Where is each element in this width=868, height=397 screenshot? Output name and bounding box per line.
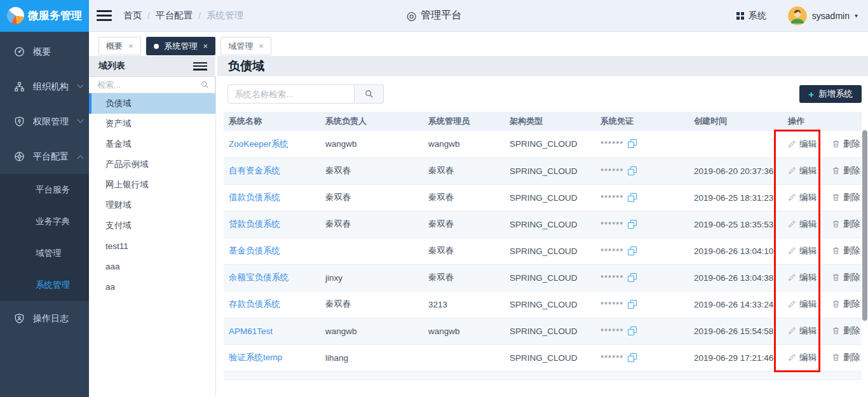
delete-button[interactable]: 删除 bbox=[832, 272, 860, 283]
table-row: 基金负债系统 秦双春 SPRING_CLOUD ****** 2019-06-2… bbox=[224, 238, 862, 264]
sidebar-item-overview[interactable]: 概要 bbox=[0, 34, 89, 69]
cell-system-name[interactable]: 自有资金系统 bbox=[224, 158, 320, 184]
copy-icon[interactable] bbox=[628, 246, 637, 255]
edit-button[interactable]: 编辑 bbox=[788, 272, 817, 283]
logo-text: 微服务管理 bbox=[28, 8, 82, 23]
edit-button[interactable]: 编辑 bbox=[788, 219, 817, 230]
edit-button[interactable]: 编辑 bbox=[788, 165, 817, 177]
delete-button[interactable]: 删除 bbox=[832, 352, 860, 363]
chevron-down-icon bbox=[78, 117, 84, 123]
edit-button[interactable]: 编辑 bbox=[788, 299, 817, 310]
system-switcher[interactable]: 系统 bbox=[736, 10, 766, 22]
plus-icon: + bbox=[808, 90, 814, 99]
vertical-scrollbar[interactable] bbox=[862, 130, 867, 321]
copy-icon[interactable] bbox=[628, 220, 637, 229]
copy-icon[interactable] bbox=[628, 300, 637, 309]
sidebar-subitem[interactable]: 域管理 bbox=[0, 238, 89, 269]
tab[interactable]: 域管理 × bbox=[220, 37, 271, 55]
cell-system-name[interactable]: APM61Test bbox=[224, 318, 320, 344]
sidebar-subitem[interactable]: 系统管理 bbox=[0, 269, 89, 301]
tab[interactable]: 概要 × bbox=[98, 37, 141, 55]
domain-item-label: aaa bbox=[105, 262, 120, 271]
password-mask: ****** bbox=[600, 326, 623, 336]
copy-icon[interactable] bbox=[628, 139, 637, 148]
copy-icon[interactable] bbox=[628, 353, 637, 362]
domain-list-item[interactable]: 网上银行域 bbox=[89, 175, 215, 195]
delete-button[interactable]: 删除 bbox=[832, 219, 860, 230]
domain-list-item[interactable]: 负债域 bbox=[89, 93, 215, 114]
pencil-icon bbox=[788, 246, 796, 255]
sidebar-subitem[interactable]: 平台服务 bbox=[0, 174, 89, 206]
app-logo[interactable]: 微服务管理 bbox=[0, 0, 89, 32]
tab-close-icon[interactable]: × bbox=[259, 42, 264, 50]
edit-label: 编辑 bbox=[799, 272, 817, 283]
sidebar-item-operation-log[interactable]: 操作日志 bbox=[0, 301, 89, 336]
add-system-button[interactable]: + 新增系统 bbox=[799, 85, 862, 103]
domain-list-item[interactable]: aaa bbox=[89, 256, 215, 276]
tab-close-icon[interactable]: × bbox=[203, 42, 208, 50]
cell-system-admin bbox=[423, 344, 505, 371]
cell-system-owner: 秦双春 bbox=[320, 184, 423, 211]
domain-list-item[interactable]: test11 bbox=[89, 236, 215, 256]
edit-button[interactable]: 编辑 bbox=[788, 138, 817, 150]
domain-item-label: 资产域 bbox=[105, 118, 132, 130]
cell-system-name[interactable]: 余额宝负债系统 bbox=[224, 264, 320, 291]
cell-system-name[interactable]: 贷款负债系统 bbox=[224, 211, 320, 238]
cell-system-name[interactable]: 借款负债系统 bbox=[224, 184, 320, 211]
domain-list-item[interactable]: 资产域 bbox=[89, 114, 215, 134]
cell-system-admin: 秦双春 bbox=[423, 264, 505, 291]
tab[interactable]: 系统管理 × bbox=[146, 37, 216, 55]
delete-button[interactable]: 删除 bbox=[832, 165, 860, 177]
systems-table: 系统名称 系统负责人 系统管理员 架构类型 系统凭证 创建时间 操作 ZooKe… bbox=[224, 112, 862, 380]
breadcrumb-home[interactable]: 首页 bbox=[123, 10, 142, 22]
sidebar-item-permissions[interactable]: 权限管理 bbox=[0, 104, 89, 139]
breadcrumb-platform-config[interactable]: 平台配置 bbox=[156, 10, 193, 22]
sidebar-item-label: 操作日志 bbox=[33, 313, 69, 325]
cell-actions: 编辑 删除 bbox=[783, 158, 862, 184]
copy-icon[interactable] bbox=[628, 273, 637, 282]
tab-close-icon[interactable]: × bbox=[128, 42, 133, 50]
col-credential: 系统凭证 bbox=[595, 112, 689, 131]
copy-icon[interactable] bbox=[628, 166, 637, 175]
delete-button[interactable]: 删除 bbox=[832, 138, 860, 150]
user-menu[interactable]: sysadmin ▾ bbox=[788, 6, 858, 25]
sidebar-subitem[interactable]: 业务字典 bbox=[0, 206, 89, 238]
domain-search-input[interactable] bbox=[89, 76, 215, 93]
wheel-icon bbox=[14, 151, 25, 162]
system-search-input[interactable] bbox=[227, 84, 355, 104]
sidebar-item-organization[interactable]: 组织机构 bbox=[0, 69, 89, 104]
cell-system-name[interactable]: ZooKeeper系统 bbox=[224, 131, 320, 158]
cell-system-name[interactable]: 存款负债系统 bbox=[224, 291, 320, 318]
domain-list-item[interactable]: 基金域 bbox=[89, 134, 215, 154]
domain-list-item[interactable]: 理财域 bbox=[89, 195, 215, 215]
cell-system-name[interactable]: 验证系统temp bbox=[224, 344, 320, 371]
trash-icon bbox=[832, 246, 840, 255]
domain-list-item[interactable]: aa bbox=[89, 276, 215, 297]
shield-lock-icon bbox=[14, 116, 25, 127]
edit-button[interactable]: 编辑 bbox=[788, 192, 817, 203]
cell-arch-type: SPRING_CLOUD bbox=[505, 211, 595, 238]
domain-list-menu-icon[interactable] bbox=[193, 62, 207, 71]
cell-system-name[interactable]: 基金负债系统 bbox=[224, 238, 320, 264]
trash-icon bbox=[832, 193, 840, 201]
delete-button[interactable]: 删除 bbox=[832, 245, 860, 257]
copy-icon[interactable] bbox=[628, 193, 637, 202]
sidebar-item-platform-config[interactable]: 平台配置 bbox=[0, 139, 89, 174]
domain-list-item[interactable]: 支付域 bbox=[89, 215, 215, 236]
delete-button[interactable]: 删除 bbox=[832, 325, 860, 337]
sidebar-item-label: 权限管理 bbox=[33, 116, 69, 128]
edit-button[interactable]: 编辑 bbox=[788, 352, 817, 363]
domain-list-item[interactable]: 产品示例域 bbox=[89, 154, 215, 175]
delete-button[interactable]: 删除 bbox=[832, 192, 860, 203]
cell-credential: ****** bbox=[595, 131, 689, 158]
copy-icon[interactable] bbox=[628, 326, 637, 335]
cell-created-time bbox=[689, 131, 783, 158]
edit-button[interactable]: 编辑 bbox=[788, 245, 817, 257]
cell-system-admin: wangwb bbox=[423, 318, 505, 344]
delete-button[interactable]: 删除 bbox=[832, 299, 860, 310]
domain-item-label: 产品示例域 bbox=[105, 159, 149, 170]
system-search-button[interactable] bbox=[355, 84, 384, 104]
menu-toggle-icon[interactable] bbox=[97, 10, 112, 21]
edit-button[interactable]: 编辑 bbox=[788, 325, 817, 337]
avatar bbox=[788, 6, 807, 25]
